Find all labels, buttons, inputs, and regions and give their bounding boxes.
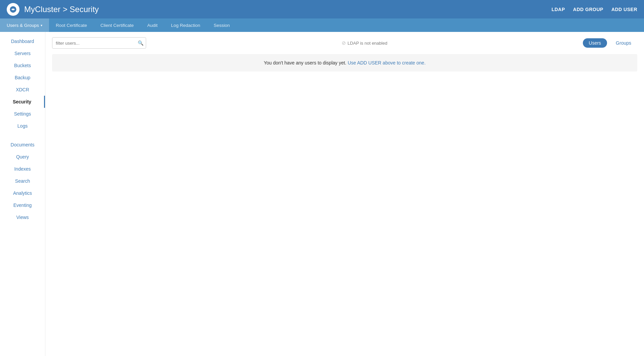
- tab-root-certificate[interactable]: Root Certificate: [49, 18, 94, 32]
- filter-input-wrap: 🔍: [52, 37, 146, 49]
- header-actions: LDAP ADD GROUP ADD USER: [552, 7, 637, 12]
- main-layout: Dashboard Servers Buckets Backup XDCR Se…: [0, 32, 644, 356]
- ldap-button[interactable]: LDAP: [552, 7, 565, 12]
- app-header: MyCluster > Security LDAP ADD GROUP ADD …: [0, 0, 644, 18]
- chevron-down-icon: ▾: [41, 24, 42, 27]
- tab-users-groups[interactable]: Users & Groups ▾: [0, 18, 49, 32]
- search-icon: 🔍: [138, 40, 143, 46]
- add-user-button[interactable]: ADD USER: [611, 7, 637, 12]
- page-title: MyCluster > Security: [24, 5, 552, 14]
- sidebar-item-eventing[interactable]: Eventing: [0, 199, 45, 211]
- tab-client-certificate[interactable]: Client Certificate: [94, 18, 140, 32]
- empty-message-text: You don't have any users to display yet.…: [264, 60, 426, 65]
- sidebar-item-xdcr[interactable]: XDCR: [0, 84, 45, 96]
- sidebar-item-settings[interactable]: Settings: [0, 108, 45, 120]
- sidebar-divider: [0, 132, 45, 139]
- empty-state-banner: You don't have any users to display yet.…: [52, 54, 637, 72]
- sidebar-item-logs[interactable]: Logs: [0, 120, 45, 132]
- sidebar-item-query[interactable]: Query: [0, 151, 45, 163]
- tab-audit-label: Audit: [147, 23, 158, 28]
- tab-client-certificate-label: Client Certificate: [100, 23, 134, 28]
- users-toggle-button[interactable]: Users: [583, 38, 607, 48]
- main-content: 🔍 ⊘ LDAP is not enabled Users Groups You…: [45, 32, 644, 356]
- filter-users-input[interactable]: [52, 37, 146, 49]
- sidebar-item-dashboard[interactable]: Dashboard: [0, 35, 45, 47]
- subnav: Users & Groups ▾ Root Certificate Client…: [0, 18, 644, 32]
- add-user-link[interactable]: Use ADD USER above to create one.: [348, 60, 426, 65]
- ldap-status: ⊘ LDAP is not enabled: [152, 40, 577, 46]
- tab-session-label: Session: [214, 23, 230, 28]
- sidebar-item-search[interactable]: Search: [0, 175, 45, 187]
- tab-root-certificate-label: Root Certificate: [56, 23, 87, 28]
- ldap-status-text: LDAP is not enabled: [348, 41, 387, 46]
- sidebar-item-buckets[interactable]: Buckets: [0, 59, 45, 72]
- sidebar-item-views[interactable]: Views: [0, 211, 45, 223]
- groups-toggle-button[interactable]: Groups: [610, 38, 637, 48]
- app-logo: [7, 3, 19, 16]
- sidebar-item-backup[interactable]: Backup: [0, 72, 45, 84]
- sidebar-item-security[interactable]: Security: [0, 96, 45, 108]
- view-toggle: Users Groups: [583, 38, 637, 48]
- tab-log-redaction[interactable]: Log Redaction: [164, 18, 207, 32]
- sidebar-item-indexes[interactable]: Indexes: [0, 163, 45, 175]
- tab-log-redaction-label: Log Redaction: [171, 23, 200, 28]
- sidebar-item-analytics[interactable]: Analytics: [0, 187, 45, 199]
- sidebar-item-servers[interactable]: Servers: [0, 47, 45, 59]
- tab-audit[interactable]: Audit: [140, 18, 164, 32]
- tab-session[interactable]: Session: [207, 18, 237, 32]
- sidebar-item-documents[interactable]: Documents: [0, 139, 45, 151]
- add-group-button[interactable]: ADD GROUP: [573, 7, 603, 12]
- ldap-disabled-icon: ⊘: [342, 40, 346, 46]
- sidebar: Dashboard Servers Buckets Backup XDCR Se…: [0, 32, 45, 356]
- content-toolbar: 🔍 ⊘ LDAP is not enabled Users Groups: [52, 37, 637, 49]
- empty-message-part1: You don't have any users to display yet.: [264, 60, 346, 65]
- tab-users-groups-label: Users & Groups: [7, 23, 39, 28]
